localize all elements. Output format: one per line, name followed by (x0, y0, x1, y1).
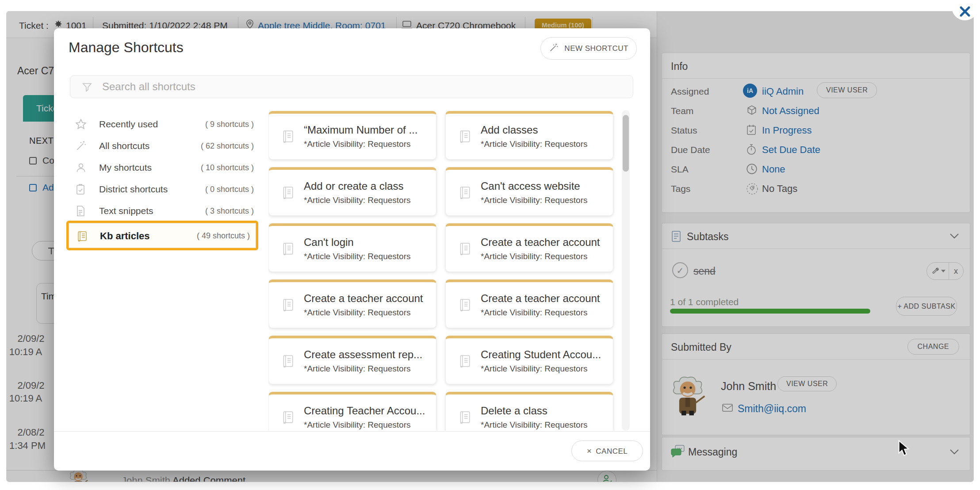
category-label: All shortcuts (99, 141, 149, 151)
document-icon (75, 205, 86, 217)
shortcut-subtitle: *Article Visibility: Requestors (481, 420, 587, 430)
new-shortcut-button[interactable]: NEW SHORTCUT (540, 37, 637, 60)
category-count: ( 49 shortcuts ) (197, 231, 250, 241)
shortcut-subtitle: *Article Visibility: Requestors (304, 252, 410, 261)
shortcut-subtitle: *Article Visibility: Requestors (481, 252, 587, 261)
shortcut-subtitle: *Article Visibility: Requestors (481, 308, 587, 318)
category-count: ( 9 shortcuts ) (205, 120, 254, 129)
book-icon (458, 354, 471, 369)
shortcut-search[interactable] (70, 75, 633, 98)
book-icon (281, 410, 295, 425)
shortcut-categories: Recently used ( 9 shortcuts ) All shortc… (66, 114, 258, 250)
search-input[interactable] (102, 76, 624, 98)
person-icon (75, 162, 87, 173)
manage-shortcuts-modal: Manage Shortcuts NEW SHORTCUT Recently u… (54, 28, 650, 471)
mouse-cursor (897, 440, 912, 458)
shortcut-card[interactable]: Create a teacher account *Article Visibi… (445, 223, 613, 272)
close-icon: × (587, 446, 592, 456)
shortcut-title: Create assessment rep... (304, 348, 430, 361)
book-icon (458, 186, 471, 201)
book-icon (281, 130, 295, 145)
category-label: Recently used (99, 119, 158, 130)
category-district-shortcuts[interactable]: District shortcuts ( 0 shortcuts ) (66, 179, 258, 200)
shortcut-card[interactable]: Add classes *Article Visibility: Request… (445, 111, 613, 160)
shortcut-subtitle: *Article Visibility: Requestors (481, 139, 587, 149)
shortcut-card[interactable]: Create a teacher account *Article Visibi… (445, 279, 613, 328)
book-icon (76, 230, 88, 243)
modal-footer: ×CANCEL (54, 431, 650, 471)
wand-icon (75, 140, 87, 152)
book-icon (281, 298, 295, 313)
shortcut-title: Can't login (304, 236, 430, 249)
star-icon (75, 119, 87, 130)
close-icon[interactable] (959, 5, 971, 18)
category-all-shortcuts[interactable]: All shortcuts ( 62 shortcuts ) (66, 135, 258, 157)
scrollbar[interactable] (622, 110, 630, 431)
category-my-shortcuts[interactable]: My shortcuts ( 10 shortcuts ) (66, 157, 258, 179)
shortcut-card[interactable]: Can't login *Article Visibility: Request… (268, 223, 436, 272)
shortcut-card[interactable]: Delete a class *Article Visibility: Requ… (445, 392, 613, 431)
category-text-snippets[interactable]: Text snippets ( 3 shortcuts ) (66, 200, 258, 222)
shortcut-title: Creating Teacher Accou... (304, 405, 430, 417)
category-count: ( 62 shortcuts ) (201, 142, 254, 151)
shortcut-card[interactable]: Add or create a class *Article Visibilit… (268, 167, 436, 216)
screen: Ticket : 1001 Submitted: 1/10/2022 2:48 … (0, 0, 980, 490)
shortcut-title: Create a teacher account (481, 292, 607, 305)
shortcut-card[interactable]: Creating Teacher Accou... *Article Visib… (268, 392, 436, 431)
book-icon (458, 410, 471, 425)
category-count: ( 10 shortcuts ) (201, 163, 254, 172)
shortcut-card[interactable]: Creating Student Accou... *Article Visib… (445, 336, 613, 384)
book-icon (281, 354, 295, 369)
category-label: My shortcuts (99, 162, 152, 173)
shortcut-title: Add or create a class (304, 180, 430, 192)
shortcut-subtitle: *Article Visibility: Requestors (481, 364, 587, 374)
category-label: District shortcuts (99, 184, 168, 195)
book-icon (281, 242, 295, 257)
shortcut-title: Creating Student Accou... (481, 348, 607, 361)
shortcut-subtitle: *Article Visibility: Requestors (304, 420, 410, 430)
book-icon (458, 298, 471, 313)
category-count: ( 0 shortcuts ) (205, 185, 254, 194)
wand-icon (549, 46, 561, 54)
shortcut-card[interactable]: Create a teacher account *Article Visibi… (268, 279, 436, 328)
shortcut-title: Create a teacher account (481, 236, 607, 249)
clipboard-check-icon (75, 184, 86, 195)
shortcut-title: Add classes (481, 124, 607, 136)
category-label: Kb articles (100, 230, 150, 242)
cancel-button[interactable]: ×CANCEL (571, 440, 643, 461)
shortcut-subtitle: *Article Visibility: Requestors (304, 364, 410, 374)
category-kb-articles[interactable]: Kb articles ( 49 shortcuts ) (66, 221, 258, 250)
book-icon (458, 242, 471, 257)
shortcut-card[interactable]: Can't access website *Article Visibility… (445, 167, 613, 216)
shortcut-title: “Maximum Number of ... (304, 124, 430, 136)
category-recently-used[interactable]: Recently used ( 9 shortcuts ) (66, 114, 258, 135)
shortcut-card[interactable]: Create assessment rep... *Article Visibi… (268, 336, 436, 384)
cancel-label: CANCEL (596, 447, 628, 456)
scrollbar-thumb[interactable] (623, 115, 629, 172)
shortcut-subtitle: *Article Visibility: Requestors (481, 195, 587, 205)
shortcut-card-grid: “Maximum Number of ... *Article Visibili… (268, 111, 622, 431)
category-count: ( 3 shortcuts ) (205, 207, 254, 216)
shortcut-title: Delete a class (481, 405, 607, 417)
new-shortcut-label: NEW SHORTCUT (564, 44, 628, 53)
modal-title: Manage Shortcuts (69, 39, 184, 56)
shortcut-title: Create a teacher account (304, 292, 430, 305)
shortcut-title: Can't access website (481, 180, 607, 192)
shortcut-subtitle: *Article Visibility: Requestors (304, 308, 410, 318)
shortcut-card[interactable]: “Maximum Number of ... *Article Visibili… (268, 111, 436, 160)
book-icon (458, 130, 471, 145)
shortcut-subtitle: *Article Visibility: Requestors (304, 139, 410, 149)
shortcut-subtitle: *Article Visibility: Requestors (304, 195, 410, 205)
book-icon (281, 186, 295, 201)
filter-funnel-icon (82, 82, 92, 92)
category-label: Text snippets (99, 206, 153, 216)
